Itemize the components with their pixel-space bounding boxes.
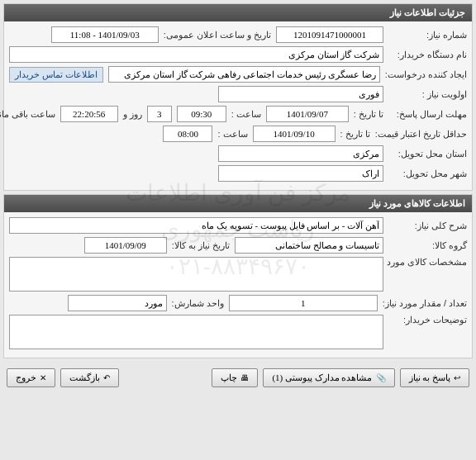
remaining-time-field <box>60 106 118 122</box>
exit-icon: ✕ <box>40 373 46 382</box>
group-label: گروه کالا: <box>388 240 467 251</box>
print-label: چاپ <box>221 372 237 383</box>
need-date-label: تاریخ نیاز به کالا: <box>172 240 230 251</box>
group-field[interactable] <box>235 237 383 254</box>
priority-label: اولویت نیاز : <box>388 89 467 100</box>
deadline-label: مهلت ارسال پاسخ: <box>388 109 467 120</box>
deadline-time-field[interactable] <box>177 106 226 122</box>
print-icon: 🖶 <box>240 373 249 382</box>
qty-label: تعداد / مقدار مورد نیاز: <box>383 298 467 309</box>
time-label-2: ساعت : <box>217 129 247 140</box>
attachments-label: مشاهده مدارک پیوستی (1) <box>272 372 372 383</box>
until-label-1: تا تاریخ : <box>354 109 383 120</box>
validity-date-field[interactable] <box>253 126 336 142</box>
province-label: استان محل تحویل: <box>388 149 467 159</box>
notes-label: توضیحات خریدار: <box>388 315 467 325</box>
unit-label: واحد شمارش: <box>172 298 224 309</box>
validity-time-field[interactable] <box>163 126 212 142</box>
reply-icon: ↩ <box>454 373 460 382</box>
qty-field[interactable] <box>229 295 378 311</box>
exit-button[interactable]: ✕ خروج <box>7 368 55 387</box>
need-number-field[interactable] <box>276 26 383 43</box>
print-button[interactable]: 🖶 چاپ <box>212 368 258 387</box>
need-date-field[interactable] <box>84 237 167 254</box>
province-field[interactable] <box>218 145 383 162</box>
spec-field[interactable] <box>9 257 383 292</box>
panel-header-details: جزئیات اطلاعات نیاز <box>4 4 472 21</box>
city-field[interactable] <box>218 165 383 182</box>
attachments-button[interactable]: 📎 مشاهده مدارک پیوستی (1) <box>263 368 394 387</box>
announce-label: تاریخ و ساعت اعلان عمومی: <box>164 30 271 40</box>
respond-button[interactable]: ↩ پاسخ به نیاز <box>400 368 470 387</box>
desc-label: شرح کلی نیاز: <box>388 221 467 231</box>
validity-label: حداقل تاریخ اعتبار قیمت: <box>375 129 467 140</box>
days-field[interactable] <box>147 106 172 122</box>
unit-field[interactable] <box>68 295 167 311</box>
buyer-field[interactable] <box>9 46 383 63</box>
notes-field[interactable] <box>9 315 383 349</box>
requester-field[interactable] <box>108 66 380 83</box>
priority-field[interactable] <box>218 86 383 102</box>
deadline-date-field[interactable] <box>266 106 349 122</box>
attachment-icon: 📎 <box>376 373 386 382</box>
back-label: بازگشت <box>69 372 100 383</box>
respond-label: پاسخ به نیاز <box>409 372 451 383</box>
announce-field[interactable] <box>51 26 159 43</box>
desc-field[interactable] <box>9 217 383 234</box>
panel-header-goods: اطلاعات کالاهای مورد نیاز <box>4 195 472 212</box>
back-button[interactable]: ↶ بازگشت <box>60 368 119 387</box>
contact-buyer-link[interactable]: اطلاعات تماس خریدار <box>9 67 103 83</box>
requester-label: ایجاد کننده درخواست: <box>385 69 467 80</box>
until-label-2: تا تاریخ : <box>340 129 370 140</box>
remain-label: ساعت باقی مانده <box>0 109 55 120</box>
exit-label: خروج <box>16 372 36 383</box>
need-number-label: شماره نیاز: <box>388 30 467 40</box>
city-label: شهر محل تحویل: <box>388 168 467 179</box>
buyer-label: نام دستگاه خریدار: <box>388 50 467 60</box>
days-label: روز و <box>123 109 142 120</box>
back-icon: ↶ <box>103 373 110 382</box>
spec-label: مشخصات کالای مورد نیاز: <box>388 257 467 268</box>
time-label-1: ساعت : <box>231 109 261 120</box>
